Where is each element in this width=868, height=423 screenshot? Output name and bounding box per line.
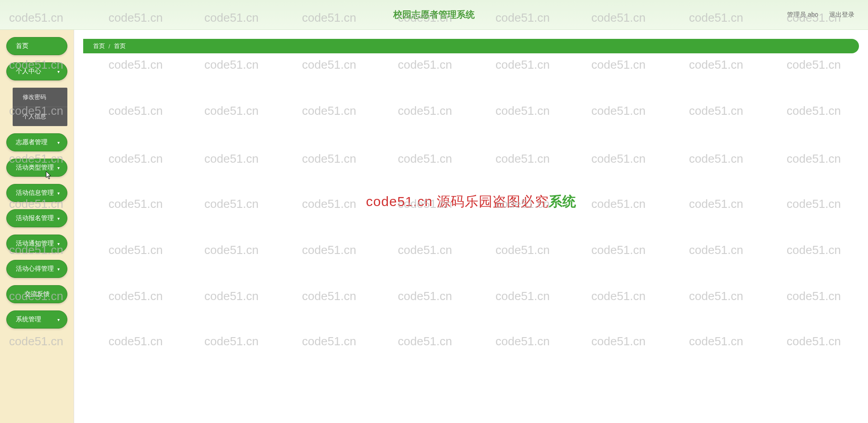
- welcome-system-suffix: 系统: [549, 193, 576, 211]
- main-wrap: 首页 个人中心 ▾ 修改密码 个人信息 志愿者管理 ▾ 活动类型管理 ▾ 活动信…: [0, 30, 868, 423]
- breadcrumb-home[interactable]: 首页: [93, 42, 105, 50]
- chevron-down-icon: ▾: [57, 191, 60, 196]
- sidebar-item-label: 活动心得管理: [16, 265, 54, 273]
- welcome-watermark-text: code51.cn 源码乐园盗图必究: [366, 193, 549, 211]
- chevron-down-icon: ▾: [57, 317, 60, 322]
- sidebar-item-activity-info-mgmt[interactable]: 活动信息管理 ▾: [6, 184, 67, 202]
- breadcrumb-separator: /: [108, 43, 110, 50]
- chevron-down-icon: ▾: [57, 241, 60, 246]
- breadcrumb: 首页 / 首页: [83, 39, 859, 53]
- chevron-down-icon: ▾: [57, 69, 60, 74]
- welcome-text: code51.cn 源码乐园盗图必究 系统: [366, 193, 576, 211]
- sidebar-item-label: 活动信息管理: [16, 189, 54, 197]
- cursor-icon: [45, 171, 53, 182]
- sidebar-sub-change-password[interactable]: 修改密码: [13, 88, 67, 107]
- sidebar-item-label: 系统管理: [16, 315, 41, 324]
- sidebar-item-activity-exp-mgmt[interactable]: 活动心得管理 ▾: [6, 260, 67, 278]
- chevron-down-icon: ▾: [57, 216, 60, 221]
- sidebar-item-label: 个人中心: [16, 67, 41, 75]
- logout-link[interactable]: 退出登录: [829, 11, 854, 19]
- app-title: 校园志愿者管理系统: [393, 9, 475, 21]
- sidebar-item-home[interactable]: 首页: [6, 37, 67, 55]
- sidebar-item-feedback[interactable]: 交流反馈: [6, 285, 67, 303]
- sidebar-item-label: 志愿者管理: [16, 138, 47, 146]
- sidebar-item-label: 交流反馈: [24, 290, 50, 298]
- sidebar-item-personal[interactable]: 个人中心 ▾: [6, 62, 67, 80]
- header-bar: 校园志愿者管理系统 管理员 abo 退出登录: [0, 0, 868, 30]
- user-label[interactable]: 管理员 abo: [787, 11, 818, 19]
- sidebar-item-label: 活动通知管理: [16, 240, 54, 248]
- sidebar-item-activity-reg-mgmt[interactable]: 活动报名管理 ▾: [6, 209, 67, 227]
- sidebar-item-volunteer-mgmt[interactable]: 志愿者管理 ▾: [6, 133, 67, 151]
- header-right: 管理员 abo 退出登录: [787, 11, 854, 19]
- sidebar-item-activity-notice-mgmt[interactable]: 活动通知管理 ▾: [6, 235, 67, 253]
- sidebar-item-system-mgmt[interactable]: 系统管理 ▾: [6, 310, 67, 329]
- sidebar-item-label: 首页: [16, 42, 28, 50]
- content-area: 首页 / 首页 code51.cn 源码乐园盗图必究 系统: [74, 30, 868, 423]
- sidebar-sub-personal-info[interactable]: 个人信息: [13, 107, 67, 126]
- breadcrumb-current: 首页: [114, 42, 126, 50]
- sidebar: 首页 个人中心 ▾ 修改密码 个人信息 志愿者管理 ▾ 活动类型管理 ▾ 活动信…: [0, 30, 74, 423]
- chevron-down-icon: ▾: [57, 165, 60, 170]
- sidebar-submenu-personal: 修改密码 个人信息: [13, 88, 67, 126]
- chevron-down-icon: ▾: [57, 140, 60, 145]
- chevron-down-icon: ▾: [57, 267, 60, 272]
- sidebar-item-label: 活动报名管理: [16, 214, 54, 222]
- sidebar-item-activity-type-mgmt[interactable]: 活动类型管理 ▾: [6, 159, 67, 177]
